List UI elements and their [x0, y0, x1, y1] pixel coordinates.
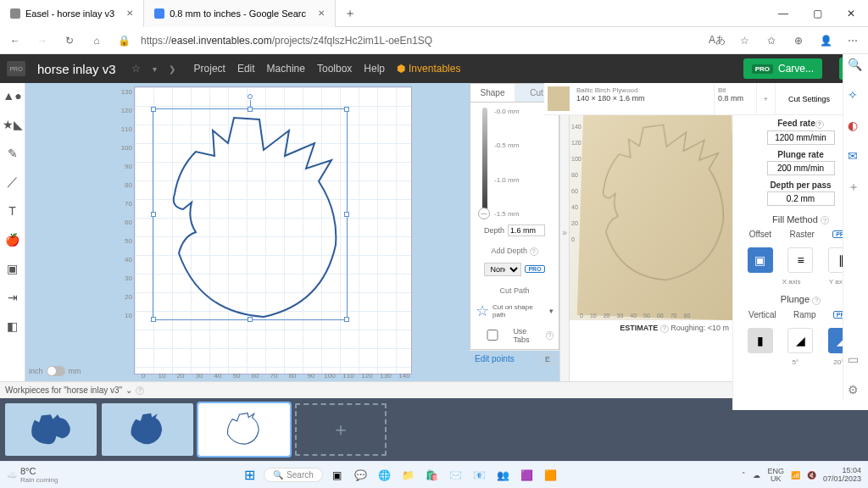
material-info[interactable]: Baltic Birch Plywood 140 × 180 × 1.6 mm [573, 83, 714, 114]
project-dropdown-icon[interactable]: ▾ [153, 64, 157, 74]
vertical-icon[interactable]: ▮ [748, 328, 773, 353]
chevron-down-icon[interactable]: ⌄ [125, 385, 132, 395]
project-name[interactable]: horse inlay v3 [37, 62, 116, 76]
cut-path-row[interactable]: ☆ Cut on shape path ▾ [476, 302, 554, 320]
tab-shape[interactable]: Shape [470, 84, 515, 102]
help-icon[interactable]: ? [821, 216, 829, 225]
favorite-project-icon[interactable]: ☆ [131, 63, 141, 75]
apps-tool-icon[interactable]: 🍎 [3, 230, 22, 249]
depth-slider[interactable]: -0.0 mm -0.5 mm -1.0 mm -1.5 mm — [476, 108, 554, 218]
help-icon[interactable]: ? [812, 297, 821, 305]
plunge-vertical[interactable]: Vertical [748, 310, 776, 319]
add-workpiece-button[interactable]: ＋ [295, 403, 387, 456]
box-tool-icon[interactable]: ▣ [3, 259, 22, 278]
outlook-icon[interactable]: 📧 [470, 466, 489, 485]
ramp5-icon[interactable]: ◢ [787, 328, 813, 353]
fill-offset[interactable]: Offset [749, 230, 772, 239]
workpiece-thumb-selected[interactable] [198, 403, 290, 456]
help-icon[interactable]: ? [546, 331, 554, 340]
chat-icon[interactable]: 💬 [352, 466, 370, 485]
switch-icon[interactable] [47, 366, 65, 376]
new-tab-button[interactable]: ＋ [336, 6, 364, 21]
depth-handle[interactable]: — [478, 208, 490, 219]
url-field[interactable]: https://easel.inventables.com/projects/z… [141, 35, 700, 47]
rotate-handle[interactable] [248, 94, 253, 99]
add-bit-button[interactable]: + [756, 83, 775, 114]
help-icon[interactable]: ? [530, 247, 538, 256]
reader-icon[interactable]: Aあ [707, 30, 727, 51]
home-button[interactable]: ⌂ [86, 30, 107, 51]
mail-icon[interactable]: ✉️ [447, 466, 465, 485]
cube-tool-icon[interactable]: ◧ [3, 317, 22, 336]
outlook-icon[interactable]: ✉ [848, 149, 865, 166]
depth-pass-input[interactable] [767, 191, 835, 206]
feed-rate-input[interactable] [767, 130, 835, 145]
menu-help[interactable]: Help [364, 63, 385, 75]
shapes-tool-icon[interactable]: ▲● [3, 86, 22, 105]
refresh-button[interactable]: ↻ [59, 30, 80, 51]
menu-machine[interactable]: Machine [267, 63, 305, 75]
forward-button[interactable]: → [32, 30, 53, 51]
plunge-ramp[interactable]: Ramp [793, 310, 816, 319]
sparkle-icon[interactable]: ✧ [848, 88, 865, 105]
depth-input[interactable] [508, 225, 545, 236]
pen-tool-icon[interactable]: ✎ [3, 144, 22, 163]
cut-settings-title[interactable]: Cut Settings [775, 83, 843, 114]
close-tab-icon[interactable]: ✕ [126, 8, 133, 18]
wifi-icon[interactable]: 📶 [791, 471, 800, 480]
favorite-icon[interactable]: ☆ [734, 30, 754, 51]
menu-project[interactable]: Project [194, 63, 225, 75]
store-icon[interactable]: 🛍️ [423, 466, 442, 485]
workpiece-thumb[interactable] [102, 403, 193, 456]
explorer-icon[interactable]: 📁 [399, 466, 418, 485]
fill-raster[interactable]: Raster [789, 230, 814, 239]
maximize-button[interactable]: ▢ [800, 8, 834, 19]
profile-icon[interactable]: 👤 [815, 30, 836, 51]
add-sidebar-icon[interactable]: ＋ [848, 180, 865, 197]
start-button[interactable]: ⊞ [240, 466, 259, 485]
teams-icon[interactable]: 👥 [494, 466, 513, 485]
canvas-wrap[interactable]: 130120110100908070605040302010 010203040… [25, 83, 470, 381]
raster-x-icon[interactable]: ≡ [787, 247, 813, 273]
menu-toolbox[interactable]: Toolbox [317, 63, 352, 75]
brand-link[interactable]: ⬢ Inventables [397, 63, 460, 75]
carve-button[interactable]: PRO Carve... [743, 58, 822, 79]
collections-icon[interactable]: ⊕ [788, 30, 809, 51]
app-icon[interactable]: 🟪 [518, 466, 537, 485]
add-depth-select[interactable]: None [484, 263, 521, 276]
chevron-down-icon[interactable]: ▾ [549, 307, 554, 315]
use-tabs-checkbox[interactable] [476, 330, 509, 341]
offset-icon[interactable]: ▣ [748, 247, 773, 273]
gear-icon[interactable]: ⚙ [848, 383, 865, 400]
help-icon[interactable]: ? [136, 386, 144, 395]
chevron-up-icon[interactable]: ˄ [742, 471, 746, 480]
preview-3d[interactable]: 170160140120100806040200 010203040506070… [570, 83, 732, 320]
plunge-rate-input[interactable] [767, 161, 835, 175]
taskbar-search[interactable]: 🔍 Search [264, 468, 323, 482]
task-view-icon[interactable]: ▣ [328, 466, 347, 485]
unit-toggle[interactable]: inch mm [29, 366, 81, 376]
back-button[interactable]: ← [5, 30, 25, 51]
edge-icon[interactable]: 🌐 [376, 466, 394, 485]
browser-tab-active[interactable]: Easel - horse inlay v3 ✕ [0, 0, 144, 27]
edit-points-button[interactable]: Edit points E [470, 350, 559, 368]
material-swatch[interactable] [548, 86, 570, 111]
horse-outline[interactable] [153, 109, 348, 321]
help-icon[interactable]: ? [660, 324, 669, 333]
text-tool-icon[interactable]: T [3, 202, 22, 220]
volume-icon[interactable]: 🔇 [807, 471, 816, 480]
menu-edit[interactable]: Edit [237, 63, 255, 75]
app-logo[interactable]: PRO [7, 61, 25, 76]
star-tool-icon[interactable]: ★◣ [3, 115, 22, 134]
favorites-bar-icon[interactable]: ✩ [761, 30, 782, 51]
bit-info[interactable]: Bit 0.8 mm [714, 83, 756, 114]
close-tab-icon[interactable]: ✕ [318, 8, 325, 18]
help-icon[interactable]: ? [815, 120, 824, 129]
more-icon[interactable]: ⋯ [843, 30, 863, 51]
close-window-button[interactable]: ✕ [834, 8, 868, 19]
onedrive-icon[interactable]: ☁ [753, 471, 760, 480]
workpiece-thumb[interactable] [5, 403, 97, 456]
panel-icon[interactable]: ▭ [848, 352, 865, 369]
project-expand-icon[interactable]: ❯ [169, 64, 175, 74]
office-icon[interactable]: ◐ [848, 119, 865, 136]
